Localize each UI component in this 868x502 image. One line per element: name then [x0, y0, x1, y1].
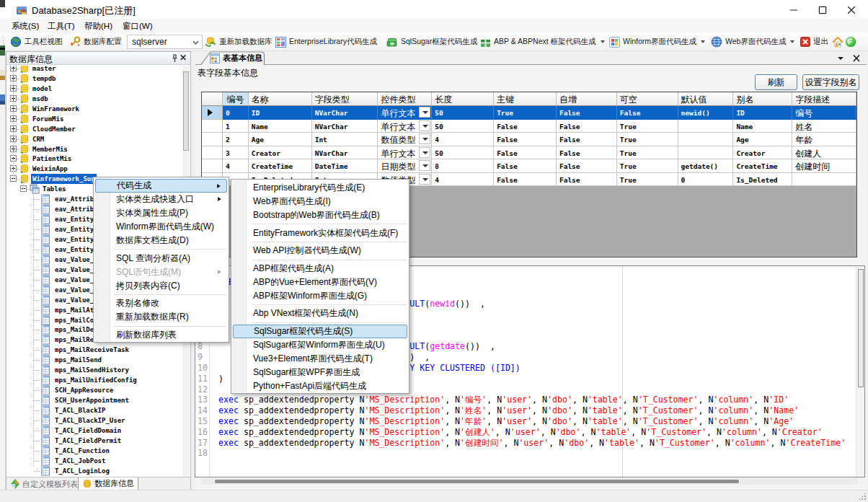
grid-cell[interactable]: CreateTime: [249, 159, 312, 173]
grid-header-11[interactable]: 字段描述: [792, 92, 856, 106]
grid-row-selector[interactable]: [202, 120, 223, 133]
grid-cell[interactable]: True: [494, 106, 557, 120]
tree-item[interactable]: WeixinApp: [6, 164, 187, 174]
submenu-item-12[interactable]: Vue3+Element界面代码生成(T): [233, 352, 407, 366]
grid-cell[interactable]: 数值类型: [378, 133, 432, 146]
grid-cell[interactable]: False: [617, 106, 678, 120]
submenu-item-14[interactable]: Python+FastApi后端代码生成: [233, 379, 407, 393]
grid-cell[interactable]: 编号: [792, 106, 856, 120]
grid-cell[interactable]: [678, 133, 734, 146]
grid-row-selector[interactable]: [202, 133, 223, 146]
tab-custom-templates[interactable]: 自定义模板列表: [6, 477, 81, 490]
tree-item[interactable]: MemberMis: [6, 144, 187, 154]
toolbar-view-button[interactable]: 工具栏视图: [10, 33, 63, 50]
submenu-item-2[interactable]: Web界面代码生成(I): [233, 195, 407, 208]
submenu-item-10[interactable]: SqlSugar框架代码生成(S): [233, 325, 407, 338]
toolbar-home-button[interactable]: [832, 33, 843, 50]
submenu-item-11[interactable]: SqlSugar框架Winform界面生成(U): [233, 338, 407, 352]
context-menu-item-9[interactable]: 表别名修改: [95, 296, 227, 310]
database-type-combobox[interactable]: sqlserver: [127, 35, 203, 49]
tree-item[interactable]: ForumMis: [6, 114, 187, 124]
grid-cell[interactable]: 单行文本: [378, 146, 432, 160]
grid-header-5[interactable]: 长度: [432, 92, 494, 106]
sql-hscroll-thumb[interactable]: [215, 480, 739, 483]
pin-icon[interactable]: [169, 53, 179, 63]
toolbar-web-button[interactable]: Web界面代码生成: [711, 33, 794, 50]
grid-cell[interactable]: False: [557, 106, 617, 120]
grid-cell[interactable]: False: [557, 133, 617, 146]
toolbar-winform-button[interactable]: Winform界面代码生成: [609, 33, 705, 50]
grid-cell[interactable]: 创建时间: [792, 159, 856, 173]
submenu-item-9[interactable]: Abp VNext框架代码生成(N): [233, 307, 407, 320]
grid-cell[interactable]: 3: [223, 146, 249, 160]
grid-cell[interactable]: Creator: [249, 146, 312, 160]
cell-dropdown-icon[interactable]: [419, 107, 430, 118]
grid-cell[interactable]: 50: [432, 146, 494, 160]
grid-cell[interactable]: False: [494, 159, 557, 173]
toolbar-exit-button[interactable]: 退出: [800, 33, 828, 50]
toolbar-feed-button[interactable]: [845, 33, 856, 50]
tree-item[interactable]: PatientMis: [6, 154, 187, 164]
grid-row-2[interactable]: 2AgeInt数值类型4FalseFalseTrueAge年龄: [202, 133, 856, 146]
grid-cell[interactable]: False: [557, 146, 617, 160]
grid-header-1[interactable]: 编号: [223, 92, 249, 106]
menubar-item-3[interactable]: 帮助(H): [84, 19, 112, 33]
grid-header-2[interactable]: 名称: [249, 92, 312, 106]
grid-cell[interactable]: 8: [432, 159, 494, 173]
submenu-item-5[interactable]: Web API控制器代码生成(W): [233, 244, 407, 257]
context-menu-item-8[interactable]: 拷贝列表内容(C): [95, 279, 227, 293]
tree-item[interactable]: master: [6, 66, 187, 74]
grid-cell[interactable]: ID: [733, 106, 792, 120]
set-field-alias-button[interactable]: 设置字段别名: [802, 74, 859, 90]
tab-list-chevron-icon[interactable]: [836, 55, 845, 62]
grid-cell[interactable]: True: [617, 146, 678, 160]
grid-cell[interactable]: 50: [432, 120, 494, 133]
grid-cell[interactable]: 0: [223, 106, 249, 120]
grid-row-0[interactable]: 0IDNVarChar单行文本50TrueFalseFalsenewid()ID…: [202, 106, 856, 120]
grid-header-3[interactable]: 字段类型: [312, 92, 378, 106]
grid-cell[interactable]: 姓名: [792, 120, 856, 133]
grid-row-4[interactable]: 4CreateTimeDateTime日期类型8FalseFalseTruege…: [202, 159, 856, 173]
grid-cell[interactable]: 单行文本: [378, 106, 432, 120]
toolbar-abp-button[interactable]: ABP & ABPNext 框架代码生成: [480, 33, 605, 50]
sql-vertical-scrollbar[interactable]: [856, 266, 864, 477]
grid-cell[interactable]: False: [494, 173, 557, 187]
grid-header-8[interactable]: 可空: [617, 92, 678, 106]
grid-row-3[interactable]: 3CreatorNVarChar单行文本50FalseFalseTrueCrea…: [202, 146, 856, 160]
context-menu-item-3[interactable]: 实体类属性生成(P): [95, 206, 227, 220]
context-menu-item-10[interactable]: 重新加载数据库(R): [95, 310, 227, 324]
grid-cell[interactable]: getdate(): [678, 159, 734, 173]
grid-cell[interactable]: False: [557, 159, 617, 173]
submenu-item-1[interactable]: EnterpriseLibrary代码生成(E): [233, 181, 407, 195]
minimize-button[interactable]: [778, 0, 810, 19]
context-menu-item-11[interactable]: 刷新数据库列表: [95, 328, 227, 342]
grid-cell[interactable]: 年龄: [792, 133, 856, 146]
cell-dropdown-icon[interactable]: [419, 160, 430, 171]
cell-dropdown-icon[interactable]: [419, 147, 430, 158]
toolbar-elib-button[interactable]: EnterpriseLibrary代码生成: [275, 33, 377, 50]
grid-cell[interactable]: 2: [223, 133, 249, 146]
grid-header-9[interactable]: 默认值: [678, 92, 734, 106]
toolbar-config-button[interactable]: 数据库配置: [69, 33, 122, 50]
grid-cell[interactable]: 单行文本: [378, 120, 432, 133]
grid-cell[interactable]: Name: [733, 120, 792, 133]
grid-cell[interactable]: CreateTime: [733, 159, 792, 173]
tree-item[interactable]: T_ACL_LoginLog: [6, 466, 187, 476]
toolbar-reload-button[interactable]: 重新加载数据库: [205, 33, 273, 50]
grid-cell[interactable]: 4: [223, 159, 249, 173]
context-menu-item-6[interactable]: SQL 查询分析器(A): [95, 252, 227, 265]
close-button[interactable]: [836, 0, 867, 19]
grid-cell[interactable]: NVarChar: [312, 120, 378, 133]
context-menu-item-5[interactable]: 数据库文档生成(D): [95, 234, 227, 247]
grid-cell[interactable]: True: [617, 120, 678, 133]
context-menu-item-4[interactable]: Winform界面代码生成(W): [95, 220, 227, 234]
submenu-item-13[interactable]: SqlSugar框架WPF界面生成: [233, 366, 407, 379]
toolbar-sqlsugar-button[interactable]: SqlSugar框架代码生成: [386, 33, 477, 50]
cell-dropdown-icon[interactable]: [419, 120, 430, 131]
grid-cell[interactable]: Age: [249, 133, 312, 146]
tree-item[interactable]: model: [6, 84, 187, 94]
tree-item[interactable]: WinFramework: [6, 104, 187, 114]
submenu-item-4[interactable]: EntityFramework实体框架代码生成(F): [233, 226, 407, 240]
grid-cell[interactable]: 创建人: [792, 146, 856, 160]
grid-cell[interactable]: Int: [312, 133, 378, 146]
